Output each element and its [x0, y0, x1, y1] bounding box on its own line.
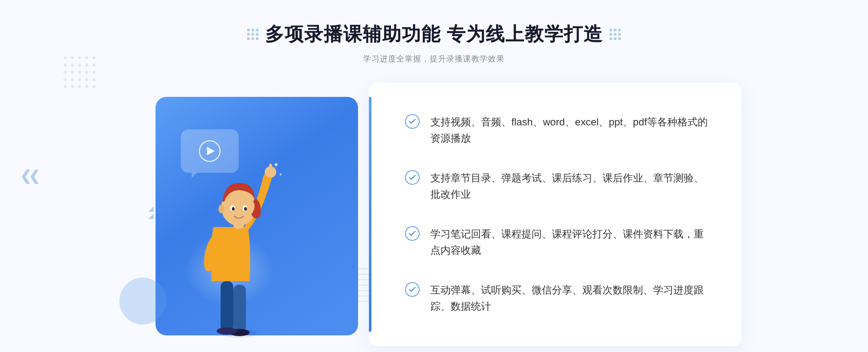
svg-point-32 — [78, 64, 81, 66]
feature-item-3: 学习笔记回看、课程提问、课程评论打分、课件资料下载，重点内容收藏 — [405, 221, 712, 264]
left-chevrons: ❮❮ — [20, 168, 37, 184]
svg-text:✦: ✦ — [278, 172, 283, 177]
left-decor-grid — [247, 29, 259, 40]
person-figure: ✦ ✦ — [177, 144, 300, 339]
svg-point-9 — [218, 205, 224, 213]
check-circle-1 — [405, 114, 420, 129]
check-circle-4 — [405, 282, 420, 297]
feature-item-4: 互动弹幕、试听购买、微信分享、观看次数限制、学习进度跟踪、数据统计 — [405, 277, 712, 320]
svg-point-26 — [71, 56, 74, 59]
svg-point-37 — [78, 71, 81, 74]
page-dots-left — [146, 203, 161, 226]
svg-point-38 — [85, 71, 88, 74]
check-icon-2 — [408, 173, 417, 182]
feature-item-2: 支持章节目录、弹题考试、课后练习、课后作业、章节测验、批改作业 — [405, 165, 712, 208]
svg-point-33 — [85, 64, 88, 66]
svg-point-28 — [85, 56, 88, 59]
svg-point-25 — [64, 56, 67, 59]
svg-point-47 — [78, 85, 81, 88]
page-container: 多项录播课辅助功能 专为线上教学打造 学习进度全掌握，提升录播课教学效果 — [0, 0, 868, 352]
feature-text-4: 互动弹幕、试听购买、微信分享、观看次数限制、学习进度跟踪、数据统计 — [430, 282, 712, 315]
bg-dots-left — [61, 54, 134, 126]
check-icon-3 — [408, 229, 417, 238]
blue-circle-deco — [119, 278, 166, 325]
svg-marker-23 — [148, 206, 154, 212]
svg-point-42 — [78, 78, 81, 81]
features-panel: 支持视频、音频、flash、word、excel、ppt、pdf等各种格式的资源… — [369, 82, 741, 346]
feature-text-1: 支持视频、音频、flash、word、excel、ppt、pdf等各种格式的资源… — [430, 114, 712, 147]
content-area: ✦ ✦ — [127, 82, 741, 346]
svg-point-35 — [64, 71, 67, 74]
title-wrapper: 多项录播课辅助功能 专为线上教学打造 — [247, 22, 621, 47]
svg-point-43 — [85, 78, 88, 81]
svg-point-49 — [93, 85, 95, 88]
illustration-container: ✦ ✦ — [127, 82, 380, 346]
svg-rect-1 — [233, 285, 246, 332]
svg-point-40 — [64, 78, 67, 81]
chevrons-left-svg — [146, 203, 161, 224]
svg-rect-2 — [221, 281, 233, 332]
svg-point-30 — [64, 64, 67, 66]
main-title: 多项录播课辅助功能 专为线上教学打造 — [265, 22, 603, 47]
feature-text-3: 学习笔记回看、课程提问、课程评论打分、课件资料下载，重点内容收藏 — [430, 226, 712, 259]
svg-point-48 — [85, 85, 88, 88]
svg-point-34 — [93, 64, 95, 66]
svg-marker-24 — [148, 214, 154, 219]
svg-point-4 — [217, 327, 237, 335]
svg-point-31 — [71, 64, 74, 66]
feature-text-2: 支持章节目录、弹题考试、课后练习、课后作业、章节测验、批改作业 — [430, 170, 712, 203]
check-circle-3 — [405, 226, 420, 241]
svg-point-41 — [71, 78, 74, 81]
subtitle: 学习进度全掌握，提升录播课教学效果 — [247, 53, 621, 64]
svg-point-39 — [93, 71, 95, 74]
svg-point-46 — [71, 85, 74, 88]
right-decor-grid — [609, 29, 621, 40]
check-icon-1 — [408, 117, 417, 126]
svg-rect-6 — [269, 164, 272, 175]
svg-point-44 — [93, 78, 95, 81]
svg-text:✦: ✦ — [273, 161, 279, 169]
svg-point-27 — [78, 56, 81, 59]
header-section: 多项录播课辅助功能 专为线上教学打造 学习进度全掌握，提升录播课教学效果 — [247, 22, 621, 64]
svg-point-36 — [71, 71, 74, 74]
check-icon-4 — [408, 285, 417, 294]
svg-point-29 — [93, 56, 95, 59]
blue-strip — [369, 97, 371, 332]
person-svg: ✦ ✦ — [177, 144, 300, 339]
check-circle-2 — [405, 170, 420, 185]
feature-item-1: 支持视频、音频、flash、word、excel、ppt、pdf等各种格式的资源… — [405, 109, 712, 152]
svg-point-11 — [232, 207, 235, 211]
svg-point-45 — [64, 85, 67, 88]
svg-point-13 — [244, 207, 247, 211]
